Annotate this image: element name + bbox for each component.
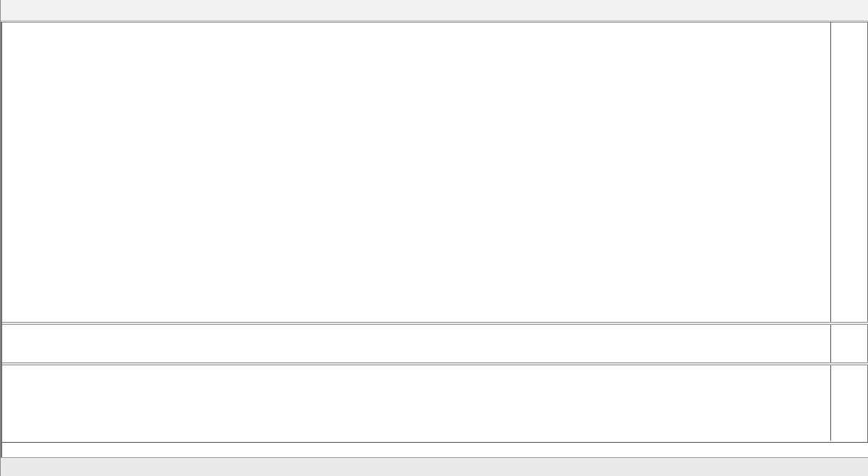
panel-splitter-rsi[interactable] [2, 322, 868, 325]
axis-border-line [830, 22, 831, 441]
timeframe-toolbar [1, 0, 868, 21]
price-axis-column [831, 22, 867, 441]
main-price-chart[interactable] [7, 23, 832, 322]
macd-chart[interactable] [7, 365, 832, 441]
panel-splitter-macd[interactable] [2, 362, 868, 365]
chart-title [11, 48, 21, 59]
chart-window[interactable] [1, 22, 868, 457]
mt4-application [0, 0, 868, 476]
date-axis [2, 442, 868, 457]
symbol-tab-bar [1, 457, 868, 476]
rsi-chart[interactable] [7, 325, 832, 362]
